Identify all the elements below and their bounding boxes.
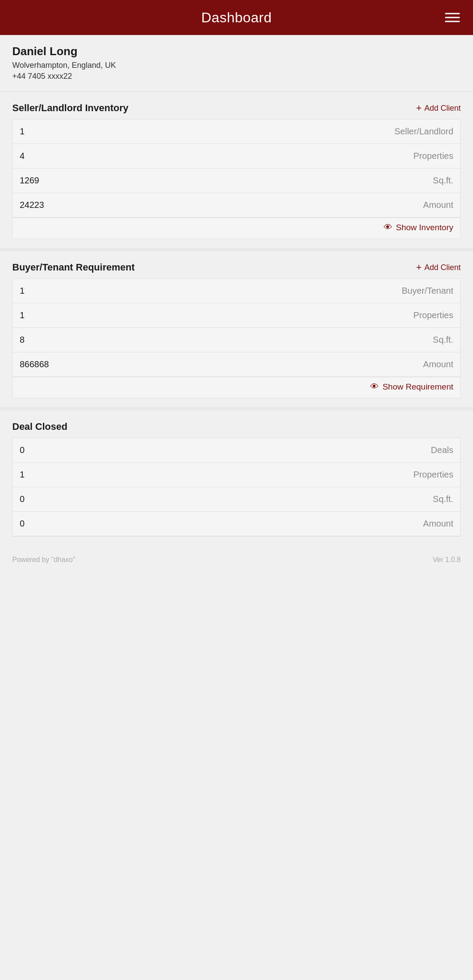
stat-label: Sq.ft. <box>236 487 460 512</box>
buyer-add-client-button[interactable]: + Add Client <box>416 263 461 272</box>
show-requirement-button[interactable]: 👁 Show Requirement <box>370 382 453 392</box>
show-requirement-label: Show Requirement <box>382 382 453 392</box>
stat-label: Properties <box>236 303 460 328</box>
table-row: 0 Deals <box>13 438 460 463</box>
deal-closed-title: Deal Closed <box>12 421 67 432</box>
profile-location: Wolverhampton, England, UK <box>12 61 461 70</box>
deal-closed-header: Deal Closed <box>12 421 461 432</box>
version-text: Ver 1.0.8 <box>433 556 461 564</box>
app-footer: Powered by "dhaxo" Ver 1.0.8 <box>0 545 473 574</box>
table-row: 24223 Amount <box>13 193 460 218</box>
table-row: 8 Sq.ft. <box>13 328 460 352</box>
seller-stats-table: 1 Seller/Landlord 4 Properties 1269 Sq.f… <box>13 119 460 218</box>
stat-label: Buyer/Tenant <box>236 279 460 303</box>
stat-label: Deals <box>236 438 460 463</box>
powered-by-text: Powered by "dhaxo" <box>12 556 75 564</box>
stat-label: Sq.ft. <box>236 169 460 193</box>
buyer-tenant-title: Buyer/Tenant Requirement <box>12 262 135 273</box>
table-row: 1 Properties <box>13 303 460 328</box>
buyer-add-client-label: Add Client <box>424 263 461 272</box>
stat-label: Amount <box>236 352 460 377</box>
stat-value: 1 <box>13 279 236 303</box>
stat-value: 0 <box>13 487 236 512</box>
divider-2 <box>0 407 473 411</box>
hamburger-menu-button[interactable] <box>442 11 462 25</box>
table-row: 1269 Sq.ft. <box>13 169 460 193</box>
stat-value: 4 <box>13 144 236 169</box>
eye-icon-2: 👁 <box>370 382 379 392</box>
seller-show-link-container: 👁 Show Inventory <box>12 218 461 239</box>
seller-landlord-title: Seller/Landlord Inventory <box>12 102 128 114</box>
show-inventory-label: Show Inventory <box>396 223 453 232</box>
stat-value: 0 <box>13 512 236 536</box>
table-row: 0 Sq.ft. <box>13 487 460 512</box>
buyer-stats-table-wrapper: 1 Buyer/Tenant 1 Properties 8 Sq.ft. 866… <box>12 278 461 377</box>
divider-1 <box>0 248 473 251</box>
eye-icon: 👁 <box>384 222 392 232</box>
table-row: 4 Properties <box>13 144 460 169</box>
stat-value: 1 <box>13 463 236 487</box>
profile-section: Daniel Long Wolverhampton, England, UK +… <box>0 35 473 92</box>
stat-label: Amount <box>236 512 460 536</box>
plus-icon-2: + <box>416 263 422 272</box>
hamburger-line-3 <box>445 21 460 22</box>
stat-label: Seller/Landlord <box>236 119 460 144</box>
deal-stats-table: 0 Deals 1 Properties 0 Sq.ft. 0 Amount <box>13 438 460 536</box>
seller-add-client-label: Add Client <box>424 104 461 113</box>
profile-phone: +44 7405 xxxx22 <box>12 72 461 81</box>
stat-value: 1 <box>13 119 236 144</box>
stat-value: 1 <box>13 303 236 328</box>
hamburger-line-2 <box>445 17 460 18</box>
deal-stats-table-wrapper: 0 Deals 1 Properties 0 Sq.ft. 0 Amount <box>12 438 461 537</box>
seller-stats-table-wrapper: 1 Seller/Landlord 4 Properties 1269 Sq.f… <box>12 119 461 218</box>
stat-value: 866868 <box>13 352 236 377</box>
buyer-stats-table: 1 Buyer/Tenant 1 Properties 8 Sq.ft. 866… <box>13 279 460 377</box>
table-row: 1 Properties <box>13 463 460 487</box>
plus-icon: + <box>416 103 422 113</box>
stat-value: 1269 <box>13 169 236 193</box>
deal-closed-section: Deal Closed 0 Deals 1 Properties 0 Sq.ft… <box>0 411 473 545</box>
seller-landlord-section: Seller/Landlord Inventory + Add Client 1… <box>0 92 473 248</box>
table-row: 1 Seller/Landlord <box>13 119 460 144</box>
table-row: 1 Buyer/Tenant <box>13 279 460 303</box>
stat-value: 0 <box>13 438 236 463</box>
stat-label: Properties <box>236 463 460 487</box>
buyer-tenant-section: Buyer/Tenant Requirement + Add Client 1 … <box>0 251 473 407</box>
stat-label: Amount <box>236 193 460 218</box>
table-row: 866868 Amount <box>13 352 460 377</box>
buyer-show-link-container: 👁 Show Requirement <box>12 377 461 398</box>
seller-add-client-button[interactable]: + Add Client <box>416 103 461 113</box>
table-row: 0 Amount <box>13 512 460 536</box>
profile-name: Daniel Long <box>12 45 461 58</box>
stat-label: Properties <box>236 144 460 169</box>
seller-landlord-header: Seller/Landlord Inventory + Add Client <box>12 102 461 114</box>
stat-value: 24223 <box>13 193 236 218</box>
show-inventory-button[interactable]: 👁 Show Inventory <box>384 222 453 232</box>
hamburger-line-1 <box>445 13 460 14</box>
stat-label: Sq.ft. <box>236 328 460 352</box>
app-header: Dashboard <box>0 0 473 35</box>
page-title: Dashboard <box>201 10 272 26</box>
stat-value: 8 <box>13 328 236 352</box>
buyer-tenant-header: Buyer/Tenant Requirement + Add Client <box>12 262 461 273</box>
